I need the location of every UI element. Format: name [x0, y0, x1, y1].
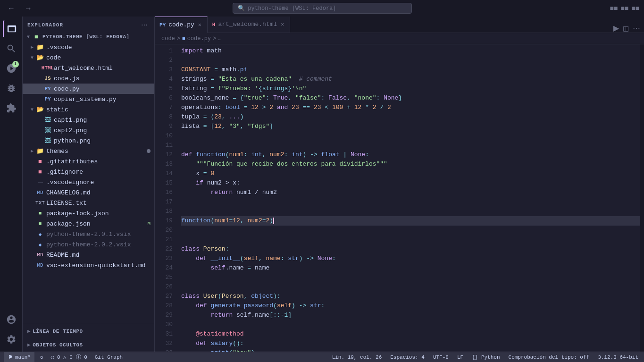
tree-art-welcome[interactable]: HTML art_welcome.html [23, 63, 154, 73]
tree-package-lock[interactable]: ■ package-lock.json [23, 208, 154, 219]
tree-license[interactable]: TXT LICENSE.txt [23, 198, 154, 208]
tree-quickstart[interactable]: MD vsc-extension-quickstart.md [23, 260, 154, 270]
code-editor[interactable]: 1234567891011121314151617181920212223242… [155, 44, 640, 352]
errors-item[interactable]: ◯ 0 △ 0 ⓘ 0 [49, 354, 89, 361]
activity-extensions[interactable] [3, 100, 20, 117]
search-bar[interactable]: 🔍 python-theme [WSL: Fedora] [233, 3, 412, 14]
line-number-8: 8 [155, 112, 173, 122]
tree-root[interactable]: ▼ ■ PYTHON-THEME [WSL: FEDORA] [23, 32, 154, 42]
layout-icon-1[interactable]: ■■ [610, 5, 618, 12]
line-number-11: 11 [155, 141, 173, 150]
tree-code-py[interactable]: PY code.py [23, 84, 154, 94]
git-graph-item[interactable]: Git Graph [93, 354, 125, 360]
timeline-header[interactable]: ▶ LÍNEA DE TIEMPO [23, 326, 154, 336]
copiar-icon: PY [43, 96, 52, 102]
code-content[interactable]: import math CONSTANT = math.pistrings = … [178, 44, 640, 352]
tree-vscode[interactable]: ▶ 📁 .vscode [23, 42, 154, 52]
token-blt: False [328, 93, 347, 103]
tree-vscodeignore[interactable]: ⸻ .vscodeignore [23, 177, 154, 187]
typecheck-item[interactable]: Comprobación del tipo: off [507, 354, 592, 360]
vscode-arrow: ▶ [28, 44, 36, 50]
breadcrumb-filename[interactable]: code.py [187, 35, 211, 42]
forward-button[interactable]: → [22, 3, 35, 14]
activity-debug[interactable] [3, 80, 20, 97]
themes-dot [147, 149, 151, 153]
back-button[interactable]: ← [5, 3, 18, 14]
line-number-32: 32 [155, 339, 173, 348]
breadcrumb-code[interactable]: code [161, 35, 175, 42]
layout-icon-2[interactable]: ■■ [620, 5, 628, 12]
line-number-31: 31 [155, 329, 173, 339]
encoding-item[interactable]: UTF-8 [431, 354, 451, 360]
code-line-9: lista = [12, "3", "fdgs"] [181, 122, 640, 131]
token-op: > [259, 103, 269, 112]
timeline-label: LÍNEA DE TIEMPO [33, 328, 83, 334]
activity-explorer[interactable] [3, 20, 20, 37]
breadcrumb-more[interactable]: … [218, 35, 221, 42]
tree-readme[interactable]: MD README.md [23, 250, 154, 260]
tree-vsix-2[interactable]: ◆ python-theme-2.0.2.vsix [23, 239, 154, 250]
spaces-item[interactable]: Espacios: 4 [388, 354, 427, 360]
sync-item[interactable]: ↻ [38, 354, 45, 360]
token-pm: { [240, 93, 244, 103]
activity-settings[interactable] [3, 331, 20, 348]
activity-git[interactable]: 1 [3, 60, 20, 77]
activity-account[interactable] [3, 311, 20, 328]
art-welcome-tab-icon: H [212, 22, 216, 27]
code-line-8: tupla = (23, ...) [181, 112, 640, 122]
token-var [200, 244, 203, 254]
tab-art-welcome[interactable]: H art_welcome.html × [208, 17, 290, 33]
activity-search[interactable] [3, 40, 20, 57]
sidebar-new-file[interactable]: ⋯ [139, 20, 150, 30]
tree-capt2[interactable]: 🖼 capt2.png [23, 125, 154, 135]
art-welcome-tab-close[interactable]: × [280, 21, 285, 28]
language-item[interactable]: {} Python [470, 354, 502, 360]
art-welcome-label: art_welcome.html [54, 65, 154, 72]
tree-capt1[interactable]: 🖼 capt1.png [23, 115, 154, 125]
titlebar-center: 🔍 python-theme [WSL: Fedora] [35, 3, 610, 14]
more-actions-button[interactable]: ⋯ [633, 24, 640, 33]
code-line-21 [181, 235, 640, 244]
git-branch[interactable]: main* [4, 352, 34, 362]
code-line-16: return num1 / num2 [181, 188, 640, 197]
token-op: = [207, 84, 218, 93]
tree-gitignore[interactable]: ■ .gitignore [23, 167, 154, 177]
capt2-label: capt2.png [54, 127, 154, 134]
hidden-header[interactable]: ▶ OBJETOS OCULTOS [23, 340, 154, 350]
run-button[interactable]: ▶ [613, 24, 619, 33]
token-nm: 100 [332, 103, 343, 112]
token-op: , [262, 150, 270, 160]
breadcrumb-sep2: > [213, 35, 216, 42]
token-var [181, 311, 210, 320]
eol-label: LF [457, 354, 463, 360]
editor-toolbar: ▶ ◫ ⋯ [610, 24, 644, 33]
tree-code-folder[interactable]: ▼ 📂 code [23, 52, 154, 63]
token-nm: 2 [269, 103, 273, 112]
tree-gitattributes[interactable]: ■ .gitattributes [23, 156, 154, 167]
tree-themes-folder[interactable]: ▶ 📁 themes [23, 146, 154, 156]
token-op: = [207, 75, 218, 84]
eol-item[interactable]: LF [455, 354, 465, 360]
layout-icon-3[interactable]: ■■ [631, 5, 639, 12]
tree-changelog[interactable]: MD CHANGELOG.md [23, 187, 154, 198]
tab-code-py[interactable]: PY code.py × [155, 17, 208, 33]
token-var: x [181, 169, 200, 178]
line-number-10: 10 [155, 131, 173, 141]
version-item[interactable]: 3.12.3 64-bit [596, 354, 640, 360]
sidebar-actions: ⋯ [139, 20, 150, 30]
tree-code-js[interactable]: JS code.js [23, 73, 154, 84]
tree-vsix-1[interactable]: ◆ python-theme-2.0.1.vsix [23, 229, 154, 239]
token-pm: {strings} [259, 84, 292, 93]
tree-static-folder[interactable]: ▼ 📂 static [23, 104, 154, 115]
tree-copiar[interactable]: PY copiar_sistema.py [23, 94, 154, 104]
token-param: num1 [229, 150, 243, 160]
code-folder-icon: 📂 [36, 54, 44, 61]
tree-package-json[interactable]: ■ package.json M [23, 219, 154, 229]
split-editor-button[interactable]: ◫ [623, 25, 629, 32]
tree-python-png[interactable]: 🖼 python.png [23, 135, 154, 146]
changelog-label: CHANGELOG.md [46, 189, 154, 196]
code-py-tab-close[interactable]: × [197, 22, 202, 28]
position-item[interactable]: Lín. 19, col. 26 [330, 354, 384, 360]
token-op: < [321, 103, 332, 112]
token-st: "fdgs" [247, 122, 269, 131]
